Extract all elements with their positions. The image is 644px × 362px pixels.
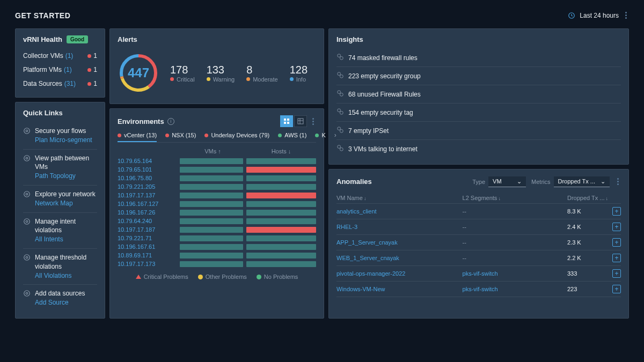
page-title: GET STARTED bbox=[15, 11, 70, 20]
quicklink-link[interactable]: Plan Micro-segment bbox=[35, 136, 92, 145]
legend-critical: Critical Problems bbox=[136, 274, 188, 280]
anomaly-row[interactable]: Windows-VM-New pks-vif-switch 223 + bbox=[336, 282, 621, 297]
insight-item[interactable]: 154 empty security tag bbox=[336, 104, 621, 122]
target-icon bbox=[23, 290, 31, 307]
alerts-donut[interactable]: 447 bbox=[118, 52, 159, 94]
env-tab[interactable]: vCenter (13) bbox=[118, 132, 157, 138]
insight-item[interactable]: 74 masked firewall rules bbox=[336, 49, 621, 67]
svg-point-32 bbox=[340, 111, 343, 114]
col-segments[interactable]: L2 Segments↓ bbox=[463, 195, 567, 201]
env-menu[interactable] bbox=[310, 116, 316, 127]
quicklink-link[interactable]: Network Map bbox=[35, 199, 96, 208]
insight-item[interactable]: 7 empty IPSet bbox=[336, 122, 621, 140]
svg-point-2 bbox=[26, 130, 28, 132]
env-tab[interactable]: NSX (15) bbox=[165, 132, 196, 138]
env-title: Environments bbox=[118, 117, 164, 125]
svg-rect-20 bbox=[284, 122, 286, 124]
metrics-label: Metrics bbox=[531, 179, 550, 185]
env-row[interactable]: 10.79.221.71 bbox=[118, 234, 316, 242]
anomaly-row[interactable]: APP_1_Server_cnayak -- 2.3 K + bbox=[336, 235, 621, 250]
insight-item[interactable]: 3 VMs talking to internet bbox=[336, 140, 621, 158]
col-vms[interactable]: VMs ↑ bbox=[179, 148, 246, 154]
svg-rect-19 bbox=[287, 119, 289, 121]
info-icon[interactable]: i bbox=[167, 118, 174, 125]
svg-point-30 bbox=[340, 93, 343, 96]
insight-item[interactable]: 68 unused Firewall Rules bbox=[336, 85, 621, 104]
alert-stat[interactable]: 178 Critical bbox=[170, 64, 195, 83]
svg-point-36 bbox=[340, 147, 343, 151]
quicklink-item: Manage threshold violationsAll Violation… bbox=[23, 249, 97, 285]
alert-stat[interactable]: 8 Moderate bbox=[246, 64, 277, 83]
env-tab[interactable]: AWS (1) bbox=[278, 132, 306, 138]
env-row[interactable]: 10.197.17.173 bbox=[118, 260, 316, 268]
health-row[interactable]: Data Sources (31) 1 bbox=[23, 77, 97, 91]
env-row[interactable]: 10.196.167.26 bbox=[118, 208, 316, 217]
anomaly-row[interactable]: RHEL-3 -- 2.4 K + bbox=[336, 219, 621, 235]
svg-point-7 bbox=[24, 218, 30, 224]
target-icon bbox=[23, 254, 31, 280]
env-card: Environments i bbox=[109, 108, 324, 319]
insight-icon bbox=[336, 108, 344, 117]
health-row[interactable]: Collector VMs (1) 1 bbox=[23, 49, 97, 63]
expand-button[interactable]: + bbox=[612, 223, 621, 231]
anomaly-row[interactable]: pivotal-ops-manager-2022 pks-vif-switch … bbox=[336, 266, 621, 282]
env-row[interactable]: 10.197.17.137 bbox=[118, 191, 316, 200]
svg-rect-22 bbox=[298, 119, 303, 124]
header-menu[interactable] bbox=[623, 10, 629, 21]
anomaly-row[interactable]: WEB_1_Server_cnayak -- 2.2 K + bbox=[336, 250, 621, 266]
env-tab[interactable]: K bbox=[315, 132, 325, 138]
health-badge: Good bbox=[67, 35, 88, 43]
svg-rect-21 bbox=[287, 122, 289, 124]
col-dropped[interactable]: Dropped Tx ...↓ bbox=[567, 195, 610, 201]
env-row[interactable]: 10.197.17.187 bbox=[118, 225, 316, 234]
env-row[interactable]: 10.79.65.164 bbox=[118, 157, 316, 165]
alerts-total: 447 bbox=[118, 52, 159, 94]
alert-stat[interactable]: 133 Warning bbox=[207, 64, 235, 83]
env-row[interactable]: 10.79.65.101 bbox=[118, 165, 316, 174]
expand-button[interactable]: + bbox=[612, 254, 621, 262]
chevron-right-icon[interactable]: › bbox=[334, 131, 336, 139]
insights-card: Insights 74 masked firewall rules 223 em… bbox=[328, 28, 629, 165]
target-icon bbox=[23, 190, 31, 208]
insight-icon bbox=[336, 144, 344, 153]
env-row[interactable]: 10.196.75.80 bbox=[118, 174, 316, 182]
quicklink-link[interactable]: All Violations bbox=[35, 271, 97, 280]
expand-button[interactable]: + bbox=[612, 238, 621, 247]
health-row[interactable]: Platform VMs (1) 1 bbox=[23, 63, 97, 77]
env-row[interactable]: 10.89.69.171 bbox=[118, 251, 316, 260]
time-range[interactable]: Last 24 hours bbox=[580, 12, 619, 19]
legend-none: No Problems bbox=[257, 274, 298, 280]
quicklink-link[interactable]: Path Topology bbox=[35, 172, 97, 181]
expand-button[interactable]: + bbox=[612, 269, 621, 278]
view-table-button[interactable] bbox=[294, 115, 307, 127]
anomaly-row[interactable]: analytics_client -- 8.3 K + bbox=[336, 204, 621, 219]
col-vmname[interactable]: VM Name↓ bbox=[336, 195, 463, 201]
quicklink-link[interactable]: All Intents bbox=[35, 235, 97, 244]
svg-point-5 bbox=[24, 191, 30, 197]
env-tab[interactable]: Underlay Devices (79) bbox=[204, 132, 269, 138]
type-select[interactable]: VM ⌄ bbox=[488, 176, 526, 187]
alert-stat[interactable]: 128 Info bbox=[290, 64, 308, 83]
legend-other: Other Problems bbox=[198, 274, 247, 280]
col-hosts[interactable]: Hosts ↓ bbox=[246, 148, 316, 154]
insight-item[interactable]: 223 empty security group bbox=[336, 67, 621, 85]
quicklink-item: View path between VMsPath Topology bbox=[23, 150, 97, 186]
target-icon bbox=[23, 127, 31, 145]
insight-icon bbox=[336, 53, 344, 62]
quicklinks-card: Quick Links Secure your flowsPlan Micro-… bbox=[15, 102, 105, 319]
quicklink-item: Manage intent violationsAll Intents bbox=[23, 213, 97, 249]
expand-button[interactable]: + bbox=[612, 207, 621, 216]
env-row[interactable]: 10.79.64.240 bbox=[118, 217, 316, 225]
insights-title: Insights bbox=[336, 35, 621, 43]
svg-rect-18 bbox=[284, 119, 286, 121]
metrics-select[interactable]: Dropped Tx ... ⌄ bbox=[554, 176, 610, 187]
env-row[interactable]: 10.196.167.127 bbox=[118, 200, 316, 208]
quicklink-link[interactable]: Add Source bbox=[35, 298, 85, 307]
env-row[interactable]: 10.196.167.61 bbox=[118, 242, 316, 251]
anom-menu[interactable] bbox=[615, 176, 621, 187]
clock-icon bbox=[568, 12, 575, 19]
env-row[interactable]: 10.79.221.205 bbox=[118, 182, 316, 191]
quicklink-item: Add data sourcesAdd Source bbox=[23, 285, 97, 312]
expand-button[interactable]: + bbox=[612, 285, 621, 293]
view-chart-button[interactable] bbox=[280, 115, 293, 127]
